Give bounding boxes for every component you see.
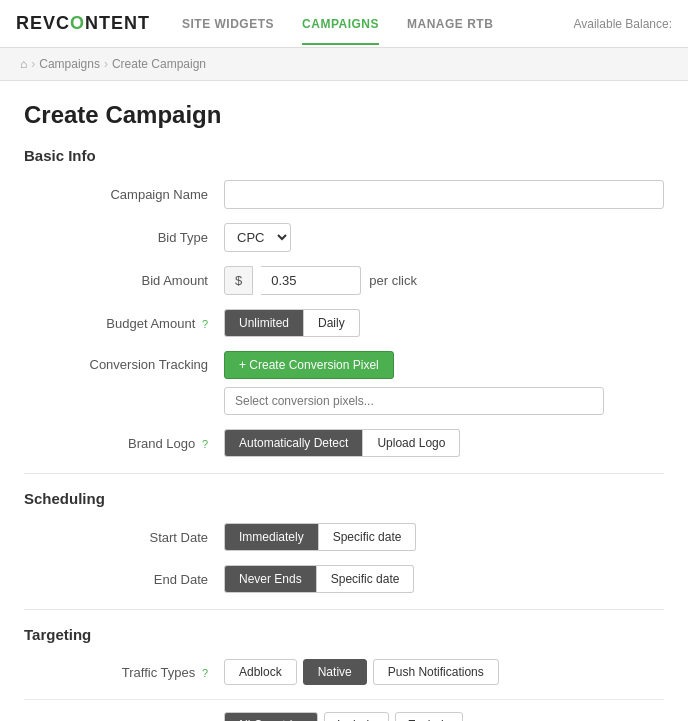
budget-amount-control: Unlimited Daily — [224, 309, 360, 337]
breadcrumb-sep-1: › — [31, 57, 35, 71]
country-exclude-btn[interactable]: Exclude — [395, 712, 464, 721]
budget-amount-label-text: Budget Amount — [106, 316, 195, 331]
brand-logo-control: Automatically Detect Upload Logo — [224, 429, 460, 457]
start-date-control: Immediately Specific date — [224, 523, 416, 551]
main-nav: SITE WIDGETS CAMPAIGNS MANAGE RTB — [182, 0, 573, 47]
campaign-name-input[interactable] — [224, 180, 664, 209]
section-basic-info: Basic Info — [24, 147, 664, 164]
traffic-types-label-text: Traffic Types — [122, 665, 195, 680]
conversion-tracking-control: + Create Conversion Pixel — [224, 351, 664, 415]
available-balance: Available Balance: — [573, 17, 672, 31]
traffic-types-label: Traffic Types ? — [24, 665, 224, 680]
divider-country — [24, 699, 664, 700]
country-targeting-control: All Countries Include Exclude — [224, 712, 463, 721]
bid-type-control: CPC CPM CPA — [224, 223, 291, 252]
form-row-campaign-name: Campaign Name — [24, 180, 664, 209]
form-row-country-targeting: Country Targeting All Countries Include … — [24, 712, 664, 721]
budget-unlimited-btn[interactable]: Unlimited — [224, 309, 304, 337]
per-click-label: per click — [369, 273, 417, 288]
end-date-control: Never Ends Specific date — [224, 565, 414, 593]
budget-amount-label: Budget Amount ? — [24, 316, 224, 331]
currency-symbol: $ — [224, 266, 253, 295]
main-content: Create Campaign Basic Info Campaign Name… — [0, 81, 688, 721]
home-icon[interactable]: ⌂ — [20, 57, 27, 71]
end-date-label: End Date — [24, 572, 224, 587]
breadcrumb-current: Create Campaign — [112, 57, 206, 71]
bid-type-select[interactable]: CPC CPM CPA — [224, 223, 291, 252]
specific-date-btn[interactable]: Specific date — [319, 523, 417, 551]
logo-highlight: O — [70, 13, 85, 33]
conversion-tracking-label: Conversion Tracking — [24, 351, 224, 372]
form-row-brand-logo: Brand Logo ? Automatically Detect Upload… — [24, 429, 664, 457]
upload-logo-btn[interactable]: Upload Logo — [363, 429, 460, 457]
breadcrumb: ⌂ › Campaigns › Create Campaign — [0, 48, 688, 81]
divider-targeting — [24, 609, 664, 610]
country-targeting-label: Country Targeting — [24, 718, 224, 722]
section-targeting: Targeting — [24, 626, 664, 643]
page-title: Create Campaign — [24, 101, 664, 129]
form-row-traffic-types: Traffic Types ? Adblock Native Push Noti… — [24, 659, 664, 685]
create-conversion-pixel-btn[interactable]: + Create Conversion Pixel — [224, 351, 394, 379]
form-row-end-date: End Date Never Ends Specific date — [24, 565, 664, 593]
adblock-btn[interactable]: Adblock — [224, 659, 297, 685]
form-row-conversion-tracking: Conversion Tracking + Create Conversion … — [24, 351, 664, 415]
form-row-bid-amount: Bid Amount $ per click — [24, 266, 664, 295]
form-row-start-date: Start Date Immediately Specific date — [24, 523, 664, 551]
auto-detect-btn[interactable]: Automatically Detect — [224, 429, 363, 457]
breadcrumb-sep-2: › — [104, 57, 108, 71]
brand-logo-label: Brand Logo ? — [24, 436, 224, 451]
logo: REVCONTENT — [16, 13, 150, 34]
bid-type-label: Bid Type — [24, 230, 224, 245]
brand-logo-help[interactable]: ? — [202, 438, 208, 450]
nav-site-widgets[interactable]: SITE WIDGETS — [182, 17, 274, 31]
divider-scheduling — [24, 473, 664, 474]
budget-amount-help[interactable]: ? — [202, 318, 208, 330]
end-specific-date-btn[interactable]: Specific date — [317, 565, 415, 593]
immediately-btn[interactable]: Immediately — [224, 523, 319, 551]
bid-amount-label: Bid Amount — [24, 273, 224, 288]
campaign-name-control — [224, 180, 664, 209]
traffic-types-control: Adblock Native Push Notifications — [224, 659, 499, 685]
start-date-label: Start Date — [24, 530, 224, 545]
brand-logo-label-text: Brand Logo — [128, 436, 195, 451]
form-row-bid-type: Bid Type CPC CPM CPA — [24, 223, 664, 252]
form-row-budget-amount: Budget Amount ? Unlimited Daily — [24, 309, 664, 337]
bid-amount-control: $ per click — [224, 266, 417, 295]
push-notifications-btn[interactable]: Push Notifications — [373, 659, 499, 685]
never-ends-btn[interactable]: Never Ends — [224, 565, 317, 593]
budget-daily-btn[interactable]: Daily — [304, 309, 360, 337]
section-scheduling: Scheduling — [24, 490, 664, 507]
all-countries-btn[interactable]: All Countries — [224, 712, 318, 721]
conversion-pixel-select[interactable] — [224, 387, 604, 415]
nav-campaigns[interactable]: CAMPAIGNS — [302, 3, 379, 45]
traffic-types-help[interactable]: ? — [202, 667, 208, 679]
native-btn[interactable]: Native — [303, 659, 367, 685]
nav-manage-rtb[interactable]: MANAGE RTB — [407, 17, 493, 31]
breadcrumb-campaigns[interactable]: Campaigns — [39, 57, 100, 71]
campaign-name-label: Campaign Name — [24, 187, 224, 202]
header: REVCONTENT SITE WIDGETS CAMPAIGNS MANAGE… — [0, 0, 688, 48]
bid-amount-input[interactable] — [261, 266, 361, 295]
country-include-btn[interactable]: Include — [324, 712, 389, 721]
